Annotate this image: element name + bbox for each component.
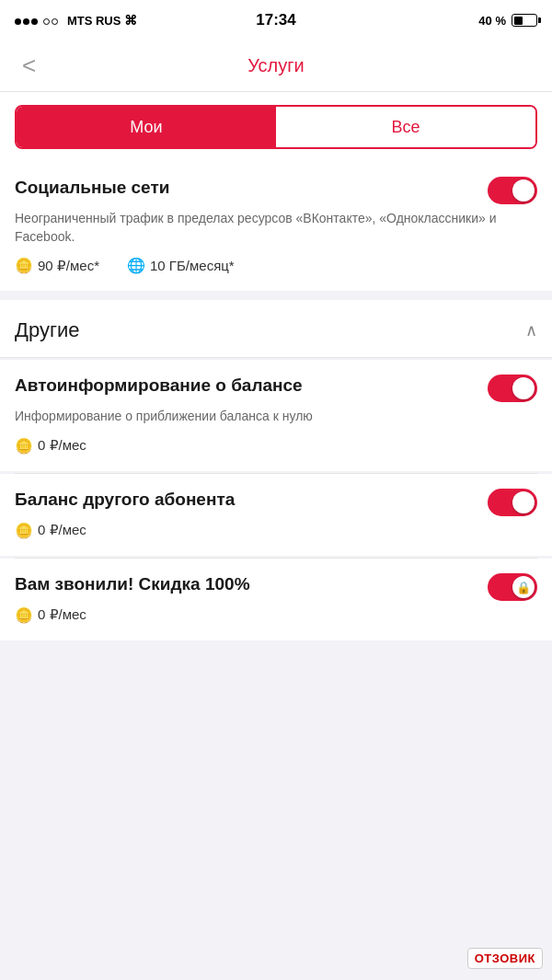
service-meta-called-discount: 🪙 0 ₽/мес [15,606,537,624]
toggle-knob-social [512,179,535,202]
battery-fill [514,17,523,25]
battery-icon [512,14,537,27]
price-icon-social: 🪙 [15,257,33,274]
nav-bar: < Услуги [0,40,552,92]
toggle-other-balance[interactable] [488,489,537,516]
status-time: 17:34 [256,11,295,29]
service-title-auto-info: Автоинформирование о балансе [15,375,488,397]
meta-traffic-social: 🌐 10 ГБ/месяц* [127,257,235,274]
signal-dots [15,13,60,28]
service-card-social: Социальные сети Неограниченный трафик в … [0,162,552,291]
lock-icon: 🔒 [516,580,531,594]
price-label-social: 90 ₽/мес* [38,258,99,274]
meta-price-social: 🪙 90 ₽/мес* [15,257,99,274]
service-title-social: Социальные сети [15,177,488,199]
segment-wrap: Мои Все [0,92,552,162]
price-label-other-balance: 0 ₽/мес [38,522,86,538]
service-card-called-discount: Вам звонили! Скидка 100% 🔒 🪙 0 ₽/мес [0,559,552,640]
meta-price-called-discount: 🪙 0 ₽/мес [15,606,86,624]
service-desc-social: Неограниченный трафик в пределах ресурсо… [15,210,537,246]
toggle-auto-info[interactable] [488,375,537,402]
toggle-called-discount[interactable]: 🔒 [488,573,537,601]
meta-price-other-balance: 🪙 0 ₽/мес [15,522,86,539]
chevron-up-icon: ∧ [525,320,537,340]
toggle-knob-other-balance [512,491,535,513]
service-header: Социальные сети [15,177,537,204]
service-meta-social: 🪙 90 ₽/мес* 🌐 10 ГБ/месяц* [15,257,537,274]
service-desc-auto-info: Информирование о приближении баланса к н… [15,408,537,426]
price-icon-auto-info: 🪙 [15,437,33,455]
service-title-other-balance: Баланс другого абонента [15,489,488,511]
carrier-label: MTS RUS [67,14,121,28]
meta-price-auto-info: 🪙 0 ₽/мес [15,437,86,455]
watermark: ОТЗОВИК [467,948,543,969]
tab-mine[interactable]: Мои [17,107,276,147]
service-meta-auto-info: 🪙 0 ₽/мес [15,437,537,455]
section-other-title: Другие [15,318,79,342]
price-label-called-discount: 0 ₽/мес [38,606,86,623]
status-left: MTS RUS ⌘ [15,13,137,28]
service-title-called-discount: Вам звонили! Скидка 100% [15,573,488,595]
service-header-other-balance: Баланс другого абонента [15,489,537,516]
toggle-knob-auto-info [512,377,535,399]
wifi-icon: ⌘ [124,13,137,28]
traffic-label-social: 10 ГБ/месяц* [150,258,235,273]
toggle-social[interactable] [488,177,537,204]
service-card-other-balance: Баланс другого абонента 🪙 0 ₽/мес [0,474,552,556]
service-card-auto-info: Автоинформирование о балансе Информирова… [0,360,552,471]
section-other-header[interactable]: Другие ∧ [0,300,552,358]
status-right: 40 % [478,14,537,28]
tab-all[interactable]: Все [276,107,535,147]
price-label-auto-info: 0 ₽/мес [38,437,86,454]
battery-percent: 40 % [478,14,506,28]
price-icon-called-discount: 🪙 [15,606,33,624]
service-header-called-discount: Вам звонили! Скидка 100% 🔒 [15,573,537,601]
service-header-auto-info: Автоинформирование о балансе [15,375,537,402]
toggle-knob-called-discount: 🔒 [512,576,535,598]
status-bar: MTS RUS ⌘ 17:34 40 % [0,0,552,40]
price-icon-other-balance: 🪙 [15,522,33,539]
back-button[interactable]: < [15,48,43,84]
service-meta-other-balance: 🪙 0 ₽/мес [15,522,537,539]
traffic-icon-social: 🌐 [127,257,145,274]
page-title: Услуги [247,55,305,76]
segment-control: Мои Все [15,105,537,149]
